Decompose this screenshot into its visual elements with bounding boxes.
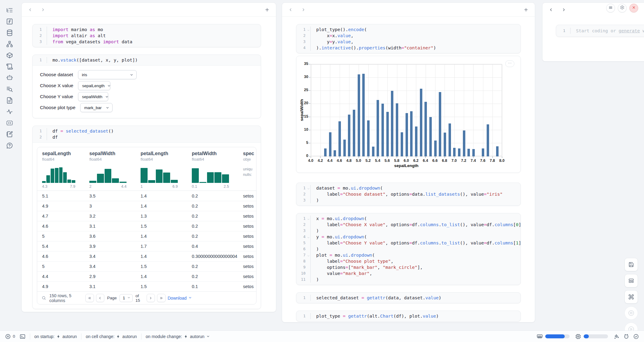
code-editor[interactable]: 1mo.vstack([dataset, x, y, plot]) — [33, 55, 261, 65]
errors-indicator[interactable] — [5, 333, 11, 340]
code-editor[interactable]: 1df = selected_dataset()2df — [33, 126, 261, 142]
layout-grid-button[interactable] — [624, 274, 638, 287]
table-column-header[interactable]: specobjeuniqunulls: — [238, 147, 256, 191]
table-column-header[interactable]: petalLengthfloat6416.9 — [136, 147, 187, 191]
add-cell-button[interactable] — [523, 7, 529, 12]
fold-caret-icon[interactable] — [307, 217, 310, 220]
code-editor[interactable]: 1import marimo as mo2import altair as al… — [33, 24, 261, 47]
settings-button[interactable] — [618, 4, 627, 12]
cpu-meter — [584, 334, 608, 338]
bar — [463, 130, 465, 156]
table-column-header[interactable]: sepalWidthfloat6424.4 — [84, 147, 136, 191]
form-row: Choose Y valuesepalWidth — [40, 91, 261, 102]
table-column-header[interactable]: petalWidthfloat640.12.5 — [187, 147, 238, 191]
fold-caret-icon[interactable] — [307, 253, 310, 257]
search-icon[interactable] — [41, 295, 46, 301]
collapse-left-icon[interactable] — [549, 7, 553, 12]
status-bar: 0 on startup:autorunon cell change:autor… — [0, 330, 644, 342]
command-button[interactable] — [624, 290, 638, 304]
save-button[interactable] — [624, 258, 638, 271]
table-row: 5.13.51.40.2setos — [37, 191, 256, 201]
column-histogram — [192, 164, 229, 183]
download-button[interactable]: Download — [168, 296, 192, 301]
table-footer: 150 rows, 5 columns Page 1 of 15 Downloa… — [37, 291, 256, 304]
dependency-graph-icon[interactable] — [6, 41, 13, 48]
chart-x-axis-title: sepalLength — [311, 163, 502, 168]
dataframe-table: sepalLengthfloat644.37.9sepalWidthfloat6… — [37, 147, 256, 305]
cell-plot-type: 1plot_type = getattr(alt.Chart(df), plot… — [296, 311, 521, 322]
dropdown-select[interactable]: sepalLength — [78, 81, 110, 90]
fold-caret-icon[interactable] — [307, 186, 310, 190]
cpu-icon — [575, 333, 581, 340]
status-check-icon[interactable] — [633, 333, 639, 340]
code-line: 8 label="Choose plot type", — [296, 258, 521, 264]
collapse-left-icon[interactable] — [28, 7, 33, 12]
autorun-toggle[interactable]: on startup:autorun — [34, 334, 77, 339]
code-editor[interactable]: 1plot_type = getattr(alt.Chart(df), plot… — [296, 311, 521, 321]
bar — [472, 149, 475, 156]
chart-actions-button[interactable] — [505, 60, 514, 67]
tracing-icon[interactable] — [6, 108, 13, 115]
code-editor[interactable]: 1selected_dataset = getattr(data, datase… — [296, 293, 521, 303]
package-icon[interactable] — [6, 52, 13, 59]
code-editor[interactable]: 1plot_type().encode(2 x=x.value,3 y=y.va… — [296, 24, 521, 53]
prev-page-button[interactable] — [96, 294, 105, 302]
table-row: 4.73.21.30.2setos — [37, 211, 256, 221]
fold-caret-icon[interactable] — [307, 28, 310, 31]
status-bar-right — [537, 333, 639, 340]
sparkles-icon[interactable] — [614, 333, 620, 340]
lightning-icon — [116, 334, 120, 339]
code-placeholder-input[interactable]: Start coding or generate with — [571, 28, 644, 34]
code-editor[interactable]: 1x = mo.ui.dropdown(2 label="Choose X va… — [296, 213, 521, 285]
code-editor[interactable]: 1dataset = mo.ui.dropdown(2 label="Choos… — [296, 183, 521, 205]
add-cell-button[interactable] — [264, 7, 270, 12]
dropdown-select[interactable]: mark_bar — [80, 103, 113, 112]
autorun-toggle[interactable]: on module change:autorun — [146, 334, 210, 339]
cell-imports: 1import marimo as mo2import altair as al… — [32, 24, 261, 47]
script-icon[interactable] — [6, 63, 13, 70]
chart-output: 4.04.24.44.64.85.05.25.45.65.86.06.26.46… — [296, 56, 521, 173]
code-line: 3 y=y.value, — [296, 39, 521, 45]
close-button[interactable] — [629, 4, 638, 12]
stop-circle-button[interactable] — [624, 306, 638, 320]
form-row: Choose plot typemark_bar — [40, 102, 261, 113]
database-icon[interactable] — [6, 29, 13, 36]
expand-right-icon[interactable] — [301, 7, 306, 12]
memory-icon — [537, 333, 543, 340]
chart-plot-area — [311, 64, 502, 156]
empty-code-cell: 1 Start coding or generate with — [556, 25, 644, 37]
scratchpad-icon[interactable] — [6, 131, 13, 138]
documentation-icon[interactable] — [6, 97, 13, 104]
gear-icon — [620, 5, 624, 11]
dropdown-select[interactable]: iris — [78, 70, 137, 79]
bar — [324, 148, 327, 156]
dropdown-label: Choose dataset — [40, 72, 73, 77]
next-page-button[interactable] — [147, 294, 155, 302]
fold-caret-icon[interactable] — [307, 235, 310, 238]
chat-bot-icon[interactable] — [6, 74, 13, 81]
snippets-icon[interactable] — [6, 119, 13, 126]
expand-right-icon[interactable] — [41, 7, 45, 12]
code-line: 1import marimo as mo — [33, 27, 261, 33]
table-column-header[interactable]: sepalLengthfloat644.37.9 — [37, 147, 84, 191]
last-page-button[interactable] — [157, 294, 166, 302]
terminal-button[interactable] — [20, 333, 26, 340]
function-square-icon[interactable] — [6, 18, 13, 25]
collapse-left-icon[interactable] — [288, 7, 293, 12]
logs-icon[interactable] — [6, 86, 13, 93]
first-page-button[interactable] — [85, 294, 94, 302]
help-icon[interactable] — [6, 142, 13, 149]
notebook-column-2: 1plot_type().encode(2 x=x.value,3 y=y.va… — [282, 2, 535, 322]
file-tree-icon[interactable] — [6, 7, 13, 14]
copilot-icon[interactable] — [623, 333, 629, 340]
dropdown-select[interactable]: sepalWidth — [78, 92, 108, 101]
column-2-header — [282, 3, 535, 17]
menu-button[interactable] — [606, 4, 615, 12]
code-line: 3from vega_datasets import data — [33, 39, 261, 45]
page-select[interactable]: 1 — [120, 294, 133, 302]
dropdown-label: Choose plot type — [40, 105, 75, 110]
bar — [391, 91, 393, 156]
autorun-toggle[interactable]: on cell change:autorun — [86, 334, 137, 339]
lightning-icon — [56, 334, 61, 339]
expand-right-icon[interactable] — [561, 7, 566, 12]
